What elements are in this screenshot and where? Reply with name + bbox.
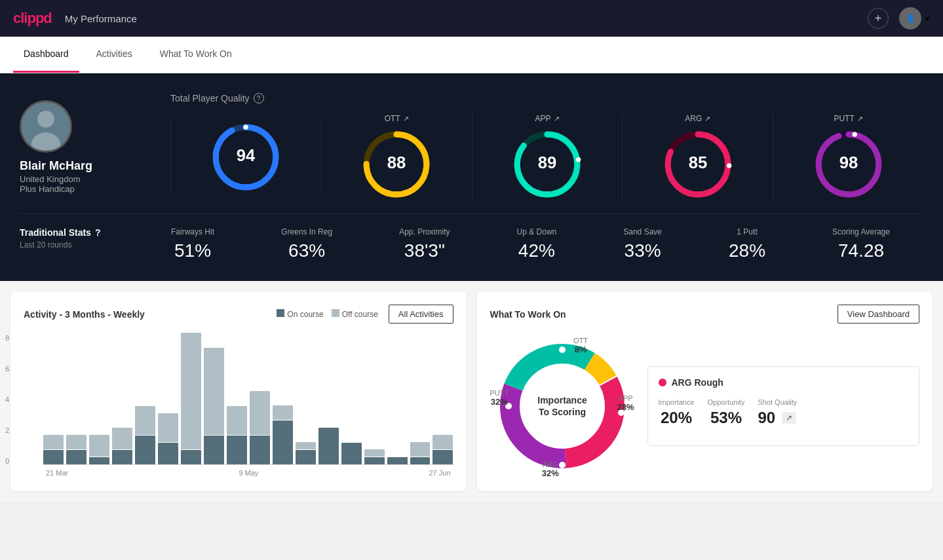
ott-arrow-icon: ↗ [403,115,409,123]
bar-on-7 [204,436,224,464]
bar-group-9 [250,391,270,464]
chart-x-labels: 21 Mar 9 May 27 Jun [43,469,453,477]
stat-sand-save-label: Sand Save [623,227,662,236]
bar-on-3 [112,450,132,464]
bar-off-6 [181,333,201,449]
chart-legend: On course Off course [277,309,378,319]
bar-on-6 [181,450,201,464]
gauge-total: 94 [170,121,322,193]
logo: clippd [13,10,52,27]
bar-on-17 [433,450,453,464]
donut-labels: OTT 8% APP 28% ARG 32% PUTT [490,334,634,478]
nav-tabs: Dashboard Activities What To Work On [0,37,943,73]
quality-help-icon[interactable]: ? [254,93,264,103]
avatar-initials: 👤 [906,14,915,23]
legend-off-course: Off course [342,310,378,319]
bar-off-11 [296,442,316,449]
bar-on-5 [158,443,178,464]
y-label-4: 4 [5,396,9,403]
stat-app-proximity-value: 38'3" [399,240,450,261]
bar-group-2 [89,435,109,464]
gauge-ott: OTT ↗ 88 [322,114,472,200]
stat-sand-save: Sand Save 33% [623,227,662,261]
bar-off-0 [43,435,64,449]
bar-on-11 [296,450,316,464]
bar-off-7 [204,348,224,435]
stat-app-proximity-label: App. Proximity [399,227,450,236]
arg-stat-opportunity-label: Opportunity [708,398,745,406]
stat-greens-in-reg-value: 63% [281,240,332,261]
stat-scoring-average: Scoring Average 74.28 [832,227,890,261]
player-country: United Kingdom [20,174,81,184]
bar-group-16 [410,442,431,464]
bar-on-0 [43,450,64,464]
stat-greens-in-reg: Greens In Reg 63% [281,227,332,261]
hero-section: Blair McHarg United Kingdom Plus Handica… [0,73,943,281]
quality-gauges: 94 OTT ↗ 88 [170,114,923,200]
player-name: Blair McHarg [20,159,92,173]
stat-scoring-average-label: Scoring Average [832,227,890,236]
chart-header: Activity - 3 Months - Weekly On course O… [24,305,453,324]
bar-group-4 [135,406,155,464]
stat-app-proximity: App. Proximity 38'3" [399,227,450,261]
tab-dashboard[interactable]: Dashboard [13,37,79,73]
arg-card-title: ARG Rough [659,377,909,388]
bar-on-1 [66,450,87,464]
app-arrow-icon: ↗ [554,115,560,123]
legend-on-course: On course [287,310,323,319]
all-activities-button[interactable]: All Activities [389,305,453,324]
header-title: My Performance [65,13,137,24]
svg-point-1 [37,110,54,127]
arg-stats: Importance 20% Opportunity 53% Shot Qual… [659,398,909,427]
arg-stat-shot-quality: Shot Quality 90 ↗ [758,398,797,427]
stat-up-down-value: 42% [517,240,557,261]
svg-text:98: 98 [839,153,858,172]
arg-stat-importance-value: 20% [659,409,695,427]
y-label-8: 8 [5,334,9,342]
bar-off-17 [433,435,453,449]
header-right: + 👤 ▾ [868,7,930,29]
hero-top: Blair McHarg United Kingdom Plus Handica… [20,93,923,200]
arg-stat-importance-label: Importance [659,398,695,406]
bar-off-10 [273,405,293,420]
bottom-section: Activity - 3 Months - Weekly On course O… [0,281,943,502]
bar-group-13 [341,443,362,464]
gauge-putt: PUTT ↗ 98 [773,114,923,200]
bar-off-2 [89,435,109,457]
bar-on-15 [387,457,408,464]
stats-sublabel: Last 20 rounds [20,240,138,250]
bar-on-14 [364,457,385,464]
y-label-6: 6 [5,365,9,373]
tab-what-to-work-on[interactable]: What To Work On [149,37,242,73]
y-label-0: 0 [5,457,9,465]
svg-text:88: 88 [387,153,406,172]
donut-label-app: APP 28% [617,394,634,412]
bar-off-4 [135,406,155,435]
bar-off-14 [364,449,385,457]
svg-point-6 [244,125,248,130]
add-button[interactable]: + [868,8,889,29]
stat-1-putt-value: 28% [729,240,765,261]
stats-help-icon[interactable]: ? [95,227,101,238]
arg-stat-importance: Importance 20% [659,398,695,427]
bar-on-13 [341,443,362,464]
bar-off-1 [66,435,87,449]
work-title: What To Work On [490,309,566,320]
traditional-stats: Traditional Stats ? Last 20 rounds Fairw… [20,214,923,261]
bar-group-10 [273,405,293,464]
quality-label: Total Player Quality ? [170,93,923,103]
svg-point-21 [852,132,856,137]
stats-items: Fairways Hit 51% Greens In Reg 63% App. … [138,227,923,261]
view-dashboard-button[interactable]: View Dashboard [837,305,919,324]
player-handicap: Plus Handicap [20,184,75,194]
arg-stat-shot-quality-value: 90 [758,409,775,427]
bar-group-15 [387,457,408,464]
arg-dot-icon [659,379,666,386]
arg-stat-opportunity: Opportunity 53% [708,398,745,427]
user-avatar-button[interactable]: 👤 ▾ [899,7,930,29]
bar-group-8 [227,406,247,464]
svg-point-17 [727,163,731,168]
tab-activities[interactable]: Activities [86,37,143,73]
header-left: clippd My Performance [13,10,137,27]
stat-fairways-hit-value: 51% [171,240,214,261]
